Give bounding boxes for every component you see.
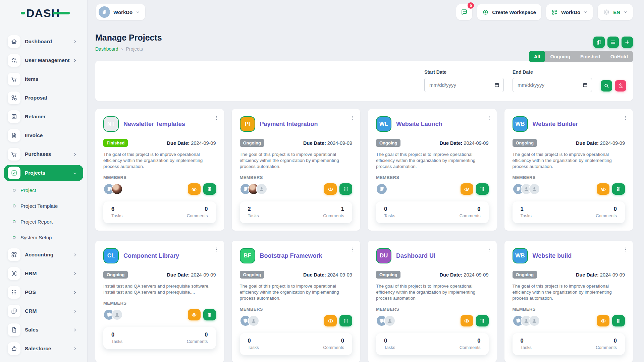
tab-onhold[interactable]: OnHold — [605, 51, 633, 62]
view-project-button[interactable] — [188, 309, 201, 320]
sidebar-item-hrm[interactable]: HRM — [0, 264, 87, 283]
members-label: MEMBERS — [376, 307, 489, 312]
sidebar-item-retainer[interactable]: Retainer — [0, 107, 87, 126]
project-board-button[interactable] — [476, 315, 489, 326]
view-project-button[interactable] — [597, 183, 609, 195]
view-project-button[interactable] — [188, 183, 201, 195]
project-card-website-build: WBWebsite buildOngoingDue Date: 2024-09-… — [504, 241, 633, 362]
project-board-button[interactable] — [612, 183, 625, 195]
project-title-link[interactable]: Website Launch — [396, 121, 442, 128]
card-menu-button[interactable] — [350, 247, 356, 252]
sidebar-item-pos[interactable]: POS — [0, 283, 87, 302]
view-project-button[interactable] — [324, 315, 337, 326]
due-date: Due Date: 2024-09-09 — [167, 140, 216, 146]
project-board-button[interactable] — [612, 315, 625, 326]
card-header: WBWebsite Builder — [513, 116, 625, 132]
language-selector[interactable]: EN — [598, 4, 633, 20]
sidebar-item-sales[interactable]: Sales — [0, 320, 87, 339]
project-board-button[interactable] — [339, 315, 352, 326]
status-filter-tabs: AllOngoingFinishedOnHold — [529, 51, 633, 62]
view-project-button[interactable] — [597, 315, 609, 326]
sidebar-item-proposal[interactable]: Proposal — [0, 88, 87, 107]
project-title-link[interactable]: Dashboard UI — [396, 252, 435, 259]
member-avatars — [103, 183, 123, 195]
project-description: The goal of this project is to improve o… — [376, 283, 489, 301]
breadcrumb-dashboard-link[interactable]: Dashboard — [95, 46, 118, 52]
sidebar-item-invoice[interactable]: Invoice — [0, 126, 87, 145]
status-row: OngoingDue Date: 2024-09-09 — [513, 139, 625, 147]
status-badge: Ongoing — [513, 139, 537, 147]
sidebar-item-user-management[interactable]: User Management — [0, 51, 87, 70]
clipboard-x-icon — [618, 83, 624, 89]
sidebar-item-salesforce[interactable]: Salesforce — [0, 339, 87, 358]
reset-filter-button[interactable] — [615, 80, 626, 92]
comments-stat: 0Comments — [323, 338, 344, 350]
export-button[interactable] — [593, 37, 605, 48]
project-board-button[interactable] — [476, 183, 489, 195]
sidebar-item-label: Invoice — [25, 132, 43, 138]
status-row: OngoingDue Date: 2024-09-09 — [513, 271, 625, 279]
due-date: Due Date: 2024-09-09 — [303, 272, 352, 278]
project-title-link[interactable]: Website Builder — [533, 121, 578, 128]
status-badge: Ongoing — [103, 271, 128, 279]
project-board-button[interactable] — [203, 309, 216, 320]
sidebar-item-purchases[interactable]: Purchases — [0, 145, 87, 164]
card-menu-button[interactable] — [486, 115, 492, 121]
card-menu-button[interactable] — [623, 115, 628, 121]
copy-icon — [8, 305, 20, 317]
project-board-button[interactable] — [203, 183, 216, 195]
project-description: The goal of this project is to improve o… — [103, 152, 216, 170]
sidebar-subitem-project-template[interactable]: Project Template — [0, 198, 87, 214]
project-description: The goal of this project is to improve o… — [513, 283, 625, 301]
create-workspace-button[interactable]: Create Workspace — [477, 4, 541, 20]
sidebar-item-projects[interactable]: Projects — [4, 165, 83, 181]
workspace-selector[interactable]: WorkDo — [96, 4, 145, 20]
card-menu-button[interactable] — [350, 115, 356, 121]
project-title-link[interactable]: Payment Integration — [260, 121, 318, 128]
sidebar-item-crm[interactable]: CRM — [0, 302, 87, 320]
tasks-stat: 0Tasks — [248, 338, 259, 350]
project-board-button[interactable] — [339, 183, 352, 195]
copy-file-icon — [596, 39, 602, 45]
sidebar-subitem-system-setup[interactable]: System Setup — [0, 230, 87, 245]
list-view-button[interactable] — [607, 37, 619, 48]
tab-all[interactable]: All — [529, 51, 545, 62]
project-title-link[interactable]: Website build — [533, 252, 572, 259]
card-menu-button[interactable] — [486, 247, 492, 252]
due-date: Due Date: 2024-09-09 — [167, 272, 216, 278]
view-project-button[interactable] — [461, 315, 473, 326]
bullet-icon — [13, 236, 16, 239]
sidebar-item-items[interactable]: Items — [0, 70, 87, 88]
tab-finished[interactable]: Finished — [575, 51, 605, 62]
project-stats: 0Tasks0Comments — [376, 201, 489, 223]
project-title-link[interactable]: Bootstrap Framework — [260, 252, 322, 259]
dots-icon — [8, 286, 20, 299]
add-project-button[interactable] — [622, 37, 633, 48]
view-project-button[interactable] — [324, 183, 337, 195]
card-menu-button[interactable] — [214, 247, 219, 252]
sidebar-item-accounting[interactable]: Accounting — [0, 245, 87, 264]
start-date-input[interactable] — [424, 78, 504, 92]
members-row — [513, 315, 625, 326]
card-menu-button[interactable] — [623, 247, 628, 252]
members-row — [376, 183, 489, 195]
sidebar-item-dashboard[interactable]: Dashboard — [0, 32, 87, 51]
sidebar-subitem-project-report[interactable]: Project Report — [0, 214, 87, 230]
end-date-input[interactable] — [513, 78, 592, 92]
project-card-payment-integration: PIPayment IntegrationOngoingDue Date: 20… — [232, 109, 361, 231]
project-title-link[interactable]: Component Library — [123, 252, 179, 259]
card-menu-button[interactable] — [214, 115, 219, 121]
member-avatars — [240, 183, 267, 195]
tab-ongoing[interactable]: Ongoing — [545, 51, 575, 62]
view-project-button[interactable] — [461, 183, 473, 195]
chevron-right-icon — [73, 40, 77, 44]
messages-button[interactable]: 0 — [456, 4, 472, 20]
search-button[interactable] — [601, 80, 612, 92]
app-switcher-button[interactable]: WorkDo — [546, 4, 593, 20]
sidebar-subitem-project[interactable]: Project — [0, 182, 87, 198]
due-date: Due Date: 2024-09-09 — [440, 140, 489, 146]
card-actions — [324, 315, 352, 326]
card-actions — [597, 183, 625, 195]
members-row — [376, 315, 489, 326]
project-title-link[interactable]: Newsletter Templates — [123, 121, 185, 128]
